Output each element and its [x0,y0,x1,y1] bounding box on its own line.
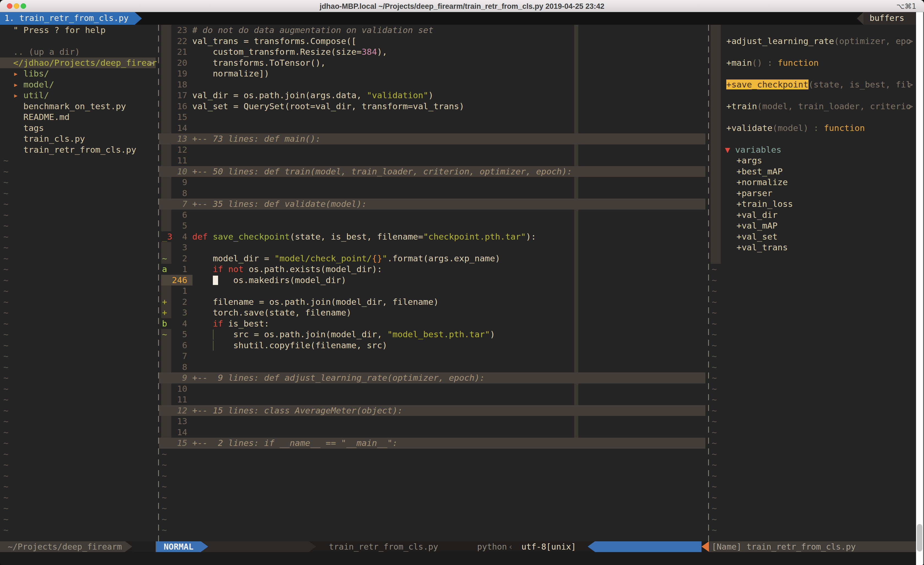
powerline-arrow [201,541,208,552]
folded-line[interactable]: 9+-- 9 lines: def adjust_learning_rate(o… [159,373,705,383]
tilde-marker: ~ [3,275,9,286]
code-line[interactable]: ~5 src = os.path.join(model_dir, "model_… [159,329,705,340]
tagbar-function[interactable]: +main() : function [709,57,916,69]
code-line[interactable]: 21 custom_transform.Resize(size=384), [159,47,705,57]
code-line[interactable]: 10 [159,383,705,394]
code-line[interactable]: 8 [159,188,705,199]
code-line[interactable]: ~2 model_dir = "model/check_point/{}".fo… [159,253,705,264]
code-line[interactable]: a1 if not os.path.exists(model_dir): [159,264,705,275]
code-line[interactable]: +2 filename = os.path.join(model_dir, fi… [159,296,705,308]
folded-line[interactable]: 7+-- 35 lines: def validate(model): [159,198,705,210]
code-line[interactable]: _34def save_checkpoint(state, is_best, f… [159,231,705,242]
tree-item-dir[interactable]: ▸model/ [0,79,158,90]
tilde-marker: ~ [712,405,717,416]
tagbar-variable[interactable]: +val_mAP [709,220,916,231]
empty-line: ~ [0,351,158,362]
empty-line: ~ [0,470,158,481]
tilde-marker: ~ [3,514,9,525]
tilde-marker: ~ [712,459,717,470]
code-line[interactable]: +3 torch.save(state, filename) [159,307,705,318]
tagbar-variable[interactable]: +train_loss [709,198,916,210]
tagbar-variable[interactable]: +val_trans [709,242,916,253]
code-line[interactable]: 13 [159,416,705,427]
code-line[interactable]: 11 [159,155,705,166]
empty-line: ~ [709,307,916,318]
tree-item-file[interactable]: benchmark_on_test.py [0,101,158,112]
tree-updir[interactable]: .. (up a dir) [0,47,158,57]
folded-line[interactable]: 12+-- 15 lines: class AverageMeter(objec… [159,405,705,416]
tagbar-variable[interactable]: +val_set [709,231,916,242]
code-line[interactable]: b4 if is_best: [159,318,705,329]
code-line[interactable]: 7 [159,351,705,362]
code-line[interactable]: 8 [159,362,705,373]
tab-active[interactable]: 1. train_retr_from_cls.py [0,12,135,25]
tagbar-variable[interactable]: +best_mAP [709,166,916,177]
line-number: 9 [171,177,187,188]
line-text: +-- 2 lines: if __name__ == "__main__": [192,438,398,449]
code-line[interactable]: 5 [159,220,705,231]
empty-line: ~ [0,524,158,536]
empty-line: ~ [0,416,158,427]
code-line[interactable]: 6 shutil.copyfile(filename, src) [159,340,705,351]
empty-line: ~ [0,188,158,199]
code-line[interactable]: 6 [159,210,705,221]
folded-line[interactable]: 10+-- 50 lines: def train(model, train_l… [159,166,705,177]
empty-line: ~ [709,362,916,373]
tag-signature: () [752,58,762,68]
tagbar-variable[interactable]: +parser [709,188,916,199]
tilde-marker: ~ [3,220,9,231]
code-line[interactable]: 14 [159,123,705,134]
line-number: 23 [171,25,187,36]
code-line[interactable]: 14 [159,427,705,438]
code-line[interactable]: 12 [159,144,705,155]
empty-line: ~ [0,383,158,394]
scrollbar-thumb[interactable] [917,524,922,551]
tagbar-section-variables[interactable]: ▼ variables [709,144,916,155]
scrollbar-track[interactable] [916,12,923,565]
tree-item-dir[interactable]: ▸util/ [0,90,158,101]
code-line[interactable]: 20 transforms.ToTensor(), [159,57,705,69]
tree-item-dir[interactable]: ▸libs/ [0,68,158,79]
folded-line[interactable]: 15+-- 2 lines: if __name__ == "__main__"… [159,438,705,449]
tree-root[interactable]: </jdhao/Projects/deep_firear> [0,57,158,69]
tree-item-file[interactable]: README.md [0,112,158,123]
code-line[interactable]: 23# do not do data augmentation on valid… [159,25,705,36]
code-line[interactable]: 11 [159,394,705,405]
tagbar-variable[interactable]: +val_dir [709,210,916,221]
tilde-marker: ~ [3,166,9,177]
tree-item-file[interactable]: tags [0,123,158,134]
code-line[interactable]: 3 [159,242,705,253]
code-line[interactable]: 1 [159,286,705,296]
dir-name: util/ [23,90,49,101]
code-line[interactable]: 246 os.makedirs(model_dir) [159,275,705,286]
line-text: +-- 35 lines: def validate(model): [192,198,367,210]
code-line[interactable]: 16val_set = QuerySet(root=val_dir, trans… [159,101,705,112]
folded-line[interactable]: 13+-- 73 lines: def main(): [159,134,705,144]
powerline-arrow-orange [702,541,709,552]
tagbar-variable[interactable]: +args [709,155,916,166]
tree-help-line[interactable]: " Press ? for help [0,25,158,36]
code-line[interactable]: 19 normalize]) [159,68,705,79]
code-line[interactable]: 17val_dir = os.path.join(args.data, "val… [159,90,705,101]
tagbar-function[interactable]: +train(model, train_loader, criterio> [709,101,916,112]
tag-signature: (model, train_loader, criterio [757,101,911,111]
tagbar-variable[interactable]: +normalize [709,177,916,188]
tree-item-file[interactable]: train_cls.py [0,134,158,144]
empty-line: ~ [709,503,916,514]
code-line[interactable]: 9 [159,177,705,188]
tagbar-function[interactable]: +validate(model) : function [709,123,916,134]
blank-line [0,36,158,47]
tagbar-function[interactable]: +save_checkpoint(state, is_best, fil> [709,79,916,90]
code-line[interactable]: 18 [159,79,705,90]
code-line[interactable]: 15 [159,112,705,123]
empty-line: ~ [709,449,916,460]
dir-name: model/ [23,79,54,90]
tag-signature: (optimizer, epo [834,36,911,46]
empty-line: ~ [0,492,158,503]
code-line[interactable]: 22val_trans = transforms.Compose([ [159,36,705,47]
tree-item-file[interactable]: train_retr_from_cls.py [0,144,158,155]
buffers-indicator[interactable]: buffers [864,12,917,25]
line-text: val_set = QuerySet(root=val_dir, transfo… [192,101,464,112]
empty-line: ~ [0,198,158,210]
tagbar-function[interactable]: +adjust_learning_rate(optimizer, epo> [709,36,916,47]
